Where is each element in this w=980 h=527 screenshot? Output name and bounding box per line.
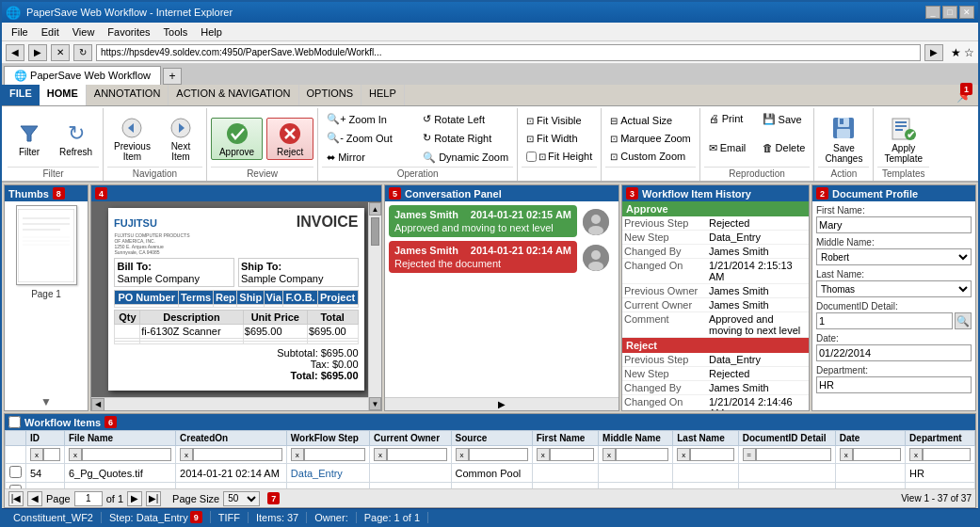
last-page-button[interactable]: ▶| <box>146 491 161 506</box>
fit-width-button[interactable]: ⊡ Fit Width <box>522 130 597 147</box>
thumb-page-1[interactable] <box>16 205 77 285</box>
ribbon-tab-home[interactable]: HOME <box>40 85 87 105</box>
col-header-docid[interactable]: DocumentID Detail <box>738 431 835 446</box>
col-header-wfstep[interactable]: WorkFlow Step <box>286 431 369 446</box>
fit-height-checkbox[interactable] <box>526 152 537 162</box>
col-header-firstname[interactable]: First Name <box>532 431 598 446</box>
filter-input-lastname[interactable] <box>690 448 733 461</box>
table-row[interactable]: 54 6_Pg_Quotes.tif 2014-01-21 02:14 AM D… <box>6 464 975 483</box>
dynamic-zoom-button[interactable]: 🔍 Dynamic Zoom <box>418 149 513 167</box>
firstname-input[interactable] <box>816 216 972 233</box>
col-header-source[interactable]: Source <box>451 431 532 446</box>
mirror-button[interactable]: ⬌ Mirror <box>322 149 417 167</box>
menu-file[interactable]: File <box>6 24 34 40</box>
stop-button[interactable]: ✕ <box>51 44 70 61</box>
ribbon-tab-help[interactable]: HELP <box>361 85 405 105</box>
docid-search-button[interactable]: 🔍 <box>955 312 972 329</box>
restore-button[interactable]: □ <box>942 6 957 19</box>
scroll-left-btn[interactable]: ◀ <box>91 398 104 411</box>
custom-zoom-button[interactable]: ⊡ Custom Zoom <box>605 148 696 165</box>
print-button[interactable]: 🖨 Print <box>704 110 757 127</box>
filter-input-middlename[interactable] <box>616 448 668 461</box>
page-input[interactable] <box>74 491 103 506</box>
col-header-middlename[interactable]: Middle Name <box>599 431 673 446</box>
first-page-button[interactable]: |◀ <box>8 491 24 506</box>
col-header-lastname[interactable]: Last Name <box>673 431 738 446</box>
filter-input-createdon[interactable] <box>193 448 282 461</box>
approve-button[interactable]: Approve <box>211 118 263 160</box>
filter-op-wfstep[interactable]: x <box>291 448 304 461</box>
conv-scroll-bar[interactable]: ▶ <box>385 397 619 410</box>
menu-edit[interactable]: Edit <box>36 24 65 40</box>
filter-op-firstname[interactable]: x <box>537 448 550 461</box>
lastname-select[interactable]: Thomas <box>816 280 972 297</box>
middlename-select[interactable]: Robert <box>816 248 972 265</box>
filter-input-id[interactable] <box>43 448 60 461</box>
filter-op-lastname[interactable]: x <box>677 448 690 461</box>
ribbon-tab-action-nav[interactable]: ACTION & NAVIGATION <box>169 85 298 105</box>
previous-item-button[interactable]: PreviousItem <box>107 112 157 165</box>
ribbon-tab-file[interactable]: FILE <box>2 85 40 105</box>
filter-input-dept[interactable] <box>923 448 971 461</box>
next-page-button[interactable]: ▶ <box>127 491 142 506</box>
department-input[interactable] <box>816 376 972 393</box>
zoom-out-button[interactable]: 🔍- Zoom Out <box>322 129 417 147</box>
delete-button[interactable]: 🗑 Delete <box>758 139 811 156</box>
date-input[interactable] <box>816 344 972 361</box>
scroll-up-btn[interactable]: ▲ <box>369 202 381 216</box>
doc-hscrollbar[interactable]: ◀ ▶ <box>91 397 381 410</box>
save-button[interactable]: 💾 Save <box>758 110 811 128</box>
docid-input[interactable] <box>816 312 953 329</box>
select-all-checkbox[interactable] <box>8 416 21 428</box>
col-header-currentowner[interactable]: Current Owner <box>370 431 451 446</box>
filter-op-owner[interactable]: x <box>374 448 387 461</box>
fit-visible-button[interactable]: ⊡ Fit Visible <box>522 112 597 129</box>
apply-template-button[interactable]: ✔ ApplyTemplate <box>877 110 929 167</box>
filter-op-source[interactable]: x <box>456 448 469 461</box>
filter-op-middlename[interactable]: x <box>602 448 616 461</box>
filter-op-date[interactable]: x <box>840 448 853 461</box>
fit-height-button[interactable]: ⊡ Fit Height <box>522 148 597 165</box>
filter-op-createdon[interactable]: x <box>180 448 193 461</box>
filter-input-source[interactable] <box>469 448 528 461</box>
scroll-down-btn[interactable]: ▼ <box>369 397 381 410</box>
minimize-button[interactable]: _ <box>925 6 940 19</box>
filter-input-firstname[interactable] <box>550 448 594 461</box>
filter-input-filename[interactable] <box>82 448 171 461</box>
col-header-department[interactable]: Department <box>906 431 975 446</box>
col-header-createdon[interactable]: CreatedOn <box>176 431 287 446</box>
forward-button[interactable]: ▶ <box>28 44 47 61</box>
close-button[interactable]: ✕ <box>959 6 974 19</box>
filter-input-docid[interactable] <box>756 448 831 461</box>
actual-size-button[interactable]: ⊟ Actual Size <box>605 112 696 129</box>
next-item-button[interactable]: NextItem <box>159 112 202 165</box>
prev-page-button[interactable]: ◀ <box>27 491 42 506</box>
menu-view[interactable]: View <box>67 24 101 40</box>
refresh-ribbon-button[interactable]: ↻ Refresh <box>53 118 99 160</box>
col-header-filename[interactable]: File Name <box>64 431 175 446</box>
address-input[interactable] <box>96 44 921 61</box>
page-size-select[interactable]: 50 25 100 <box>223 491 260 506</box>
filter-op-docid[interactable]: = <box>743 448 756 461</box>
browser-tab-papersave[interactable]: 🌐 PaperSave Web Workflow <box>4 66 161 85</box>
new-tab-button[interactable]: + <box>163 68 182 85</box>
rotate-right-button[interactable]: ↻ Rotate Right <box>418 129 513 147</box>
email-button[interactable]: ✉ Email <box>704 139 757 157</box>
filter-input-owner[interactable] <box>387 448 446 461</box>
marquee-zoom-button[interactable]: ⊡ Marquee Zoom <box>605 130 696 147</box>
filter-button[interactable]: Filter <box>8 118 51 160</box>
filter-op-id[interactable]: x <box>30 448 43 461</box>
reject-button[interactable]: Reject <box>266 118 313 160</box>
menu-tools[interactable]: Tools <box>158 24 194 40</box>
row-checkbox-54[interactable] <box>9 466 22 478</box>
save-changes-button[interactable]: SaveChanges <box>818 110 869 167</box>
ribbon-tab-options[interactable]: OPTIONS <box>299 85 362 105</box>
menu-favorites[interactable]: Favorites <box>102 24 155 40</box>
thumbs-scroll-down[interactable]: ▼ <box>5 393 88 410</box>
window-controls[interactable]: _ □ ✕ <box>925 6 974 19</box>
go-button[interactable]: ▶ <box>924 44 943 61</box>
ribbon-tab-annotation[interactable]: ANNOTATION <box>87 85 169 105</box>
filter-op-filename[interactable]: x <box>69 448 82 461</box>
rotate-left-button[interactable]: ↺ Rotate Left <box>418 110 513 128</box>
col-header-id[interactable]: ID <box>26 431 65 446</box>
